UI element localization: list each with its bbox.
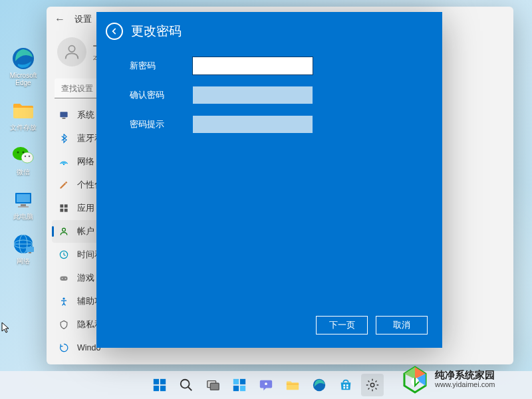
settings-taskbar-button[interactable] xyxy=(361,374,384,396)
dialog-actions: 下一页 取消 xyxy=(316,316,428,334)
wechat-icon xyxy=(11,143,35,167)
network-icon xyxy=(11,232,35,256)
svg-point-31 xyxy=(63,297,65,299)
gaming-icon xyxy=(59,273,69,283)
svg-rect-28 xyxy=(60,277,67,281)
svg-rect-34 xyxy=(154,386,159,391)
svg-point-5 xyxy=(25,156,26,157)
avatar xyxy=(57,37,86,66)
explorer-button[interactable] xyxy=(281,374,304,396)
svg-rect-23 xyxy=(65,204,68,207)
change-password-dialog: 更改密码 新密码 确认密码 密码提示 下一页 取消 xyxy=(96,12,442,348)
start-button[interactable] xyxy=(148,374,171,396)
label-password-hint: 密码提示 xyxy=(130,118,193,130)
desktop-icon-this-pc[interactable]: 此电脑 xyxy=(7,188,40,220)
svg-line-37 xyxy=(188,387,192,391)
svg-rect-22 xyxy=(60,204,63,207)
next-button[interactable]: 下一页 xyxy=(316,316,368,334)
svg-rect-35 xyxy=(160,386,166,391)
personalize-icon xyxy=(59,180,69,190)
sidebar-item-label: 系统 xyxy=(77,110,94,121)
svg-point-20 xyxy=(63,164,65,165)
svg-rect-39 xyxy=(210,383,219,390)
taskbar xyxy=(0,371,532,399)
svg-point-44 xyxy=(265,382,267,385)
desktop-icon-label: 网络 xyxy=(17,257,30,265)
edge-taskbar-button[interactable] xyxy=(308,374,331,396)
chat-button[interactable] xyxy=(255,374,277,396)
svg-rect-24 xyxy=(60,209,63,212)
svg-rect-43 xyxy=(240,386,245,391)
search-button[interactable] xyxy=(175,374,198,396)
form-area: 新密码 确认密码 密码提示 xyxy=(96,51,442,133)
dialog-title: 更改密码 xyxy=(131,23,182,40)
desktop-icon-label: Microsoft Edge xyxy=(7,72,40,86)
svg-point-36 xyxy=(181,380,190,388)
settings-title: 设置 xyxy=(74,13,92,25)
label-confirm-password: 确认密码 xyxy=(130,89,193,101)
cursor-icon xyxy=(1,322,11,336)
desktop-icon-edge[interactable]: Microsoft Edge xyxy=(7,47,40,86)
svg-rect-8 xyxy=(17,194,30,202)
widgets-button[interactable] xyxy=(228,374,251,396)
svg-point-30 xyxy=(65,278,66,279)
update-icon xyxy=(59,342,69,353)
svg-rect-40 xyxy=(233,379,239,384)
svg-rect-48 xyxy=(346,384,348,386)
desktop-icon-network[interactable]: 网络 xyxy=(7,232,40,265)
svg-rect-32 xyxy=(154,379,159,384)
svg-rect-16 xyxy=(29,252,31,253)
svg-rect-45 xyxy=(287,384,299,384)
svg-rect-21 xyxy=(65,182,67,184)
input-new-password[interactable] xyxy=(193,57,313,74)
edge-icon xyxy=(11,47,35,70)
svg-rect-50 xyxy=(346,387,348,389)
svg-rect-15 xyxy=(26,247,34,252)
svg-point-2 xyxy=(21,152,33,163)
desktop-icons: Microsoft Edge 文件存放 微信 此电脑 网络 xyxy=(7,47,40,265)
svg-point-6 xyxy=(29,156,30,157)
svg-rect-10 xyxy=(18,206,29,207)
accounts-icon xyxy=(59,226,69,237)
desktop-icon-folder[interactable]: 文件存放 xyxy=(7,98,40,131)
desktop-icon-wechat[interactable]: 微信 xyxy=(7,143,40,176)
label-new-password: 新密码 xyxy=(130,60,193,72)
back-button[interactable]: ← xyxy=(55,13,65,25)
svg-rect-9 xyxy=(21,204,26,206)
svg-rect-41 xyxy=(240,379,245,384)
svg-rect-42 xyxy=(233,386,239,391)
cancel-button[interactable]: 取消 xyxy=(376,316,428,334)
folder-icon xyxy=(11,98,35,122)
this-pc-icon xyxy=(11,188,35,211)
network-icon xyxy=(59,156,69,167)
row-new-password: 新密码 xyxy=(130,57,416,74)
row-confirm-password: 确认密码 xyxy=(130,86,416,104)
dialog-header: 更改密码 xyxy=(96,12,442,51)
svg-rect-33 xyxy=(160,379,166,384)
svg-point-4 xyxy=(23,152,25,154)
sidebar-item-label: 游戏 xyxy=(77,273,94,284)
svg-rect-25 xyxy=(65,209,68,212)
svg-point-29 xyxy=(62,278,63,279)
privacy-icon xyxy=(59,319,69,330)
sidebar-item-label: 应用 xyxy=(77,203,94,214)
sidebar-item-label: 帐户 xyxy=(77,226,94,237)
dialog-back-button[interactable] xyxy=(106,23,123,40)
store-button[interactable] xyxy=(334,374,357,396)
input-password-hint[interactable] xyxy=(193,116,313,133)
svg-rect-49 xyxy=(343,387,345,389)
svg-rect-18 xyxy=(60,112,67,117)
svg-point-26 xyxy=(63,228,66,231)
desktop-icon-label: 文件存放 xyxy=(10,124,37,131)
svg-point-51 xyxy=(370,383,374,387)
desktop-icon-label: 此电脑 xyxy=(13,213,33,220)
bluetooth-icon xyxy=(59,133,69,144)
task-view-button[interactable] xyxy=(201,374,224,396)
input-confirm-password[interactable] xyxy=(193,86,313,104)
svg-point-3 xyxy=(17,152,19,154)
svg-rect-47 xyxy=(343,384,345,386)
accessibility-icon xyxy=(59,296,69,307)
apps-icon xyxy=(59,203,69,213)
desktop-icon-label: 微信 xyxy=(17,168,30,176)
svg-point-17 xyxy=(68,46,74,52)
